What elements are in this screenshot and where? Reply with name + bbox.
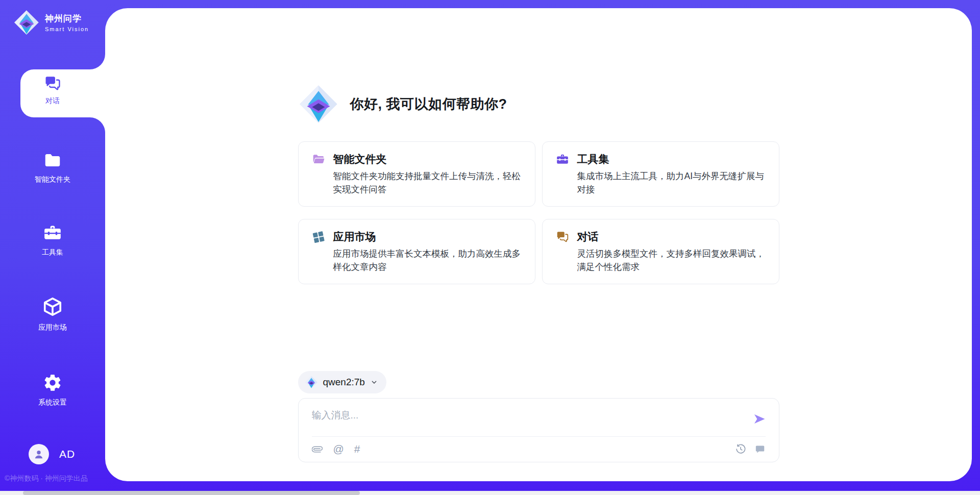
card-chat[interactable]: 对话 灵活切换多模型文件，支持多样回复效果调试，满足个性化需求 [542,219,779,284]
model-name: qwen2:7b [323,377,365,388]
feature-cards: 智能文件夹 智能文件夹功能支持批量文件上传与清洗，轻松实现文件问答 工具集 集成… [298,141,779,284]
chat-bubble-icon[interactable] [754,443,766,455]
user-profile[interactable]: AD [29,444,75,464]
sidebar-item-label: 应用市场 [38,323,67,332]
card-description: 应用市场提供丰富长文本模板，助力高效生成多样化文章内容 [333,247,522,274]
card-smart-folder[interactable]: 智能文件夹 智能文件夹功能支持批量文件上传与清洗，轻松实现文件问答 [298,141,535,207]
model-selector[interactable]: qwen2:7b [298,371,386,393]
sidebar: 神州问学 Smart Vision 对话 智能文件夹 工具集 应用 [0,0,105,495]
avatar [29,444,49,464]
chat-bubbles-icon [44,75,61,92]
card-description: 智能文件夹功能支持批量文件上传与清洗，轻松实现文件问答 [333,169,522,196]
sidebar-item-label: 工具集 [42,248,63,257]
card-app-market[interactable]: 应用市场 应用市场提供丰富长文本模板，助力高效生成多样化文章内容 [298,219,535,284]
composer-toolbar: @ # [312,443,766,455]
mention-icon[interactable]: @ [333,443,344,455]
card-description: 集成市场上主流工具，助力AI与外界无缝扩展与对接 [577,169,766,196]
brand-text: 神州问学 Smart Vision [45,13,89,32]
brand-name: 神州问学 [45,13,89,24]
brand-logo: 神州问学 Smart Vision [13,9,89,36]
greeting: 你好, 我可以如何帮助你? [298,84,779,125]
sidebar-item-label: 对话 [45,96,60,106]
horizontal-scrollbar[interactable] [0,491,980,495]
card-title: 智能文件夹 [333,152,387,166]
message-input[interactable] [312,409,733,432]
chevron-down-icon [370,378,378,386]
user-avatar-icon [32,448,45,461]
sidebar-item-settings[interactable]: 系统设置 [0,373,105,407]
composer-right-tools [735,443,766,455]
card-title: 工具集 [577,152,609,166]
brand-diamond-icon [305,376,318,389]
composer-area: qwen2:7b @ # [298,371,779,481]
toolbox-icon [43,223,62,242]
copyright: ©神州数码 · 神州问学出品 [5,474,88,483]
grid-pinwheel-icon [312,230,325,243]
card-toolbox[interactable]: 工具集 集成市场上主流工具，助力AI与外界无缝扩展与对接 [542,141,779,207]
sidebar-item-smart-folder[interactable]: 智能文件夹 [0,151,105,184]
chat-bubbles-icon [556,230,569,243]
sidebar-item-chat[interactable]: 对话 [22,75,83,106]
toolbox-icon [556,153,569,166]
settings-gear-icon [43,373,62,392]
folder-icon [43,151,62,169]
composer-divider [312,436,766,437]
greeting-text: 你好, 我可以如何帮助你? [350,95,507,113]
main-panel: 你好, 我可以如何帮助你? 智能文件夹 智能文件夹功能支持批量文件上传与清洗，轻… [105,8,972,481]
card-title: 应用市场 [333,230,376,244]
brand-diamond-icon [13,9,40,36]
hashtag-icon[interactable]: # [354,443,360,455]
brand-subtitle: Smart Vision [45,26,89,32]
card-title: 对话 [577,230,599,244]
history-icon[interactable] [735,443,746,455]
sidebar-item-app-market[interactable]: 应用市场 [0,296,105,332]
app-market-cube-icon [42,296,63,317]
sidebar-item-label: 智能文件夹 [35,175,70,184]
send-icon[interactable] [752,412,767,426]
user-name: AD [59,448,75,460]
card-description: 灵活切换多模型文件，支持多样回复效果调试，满足个性化需求 [577,247,766,274]
attachment-icon[interactable] [312,443,323,455]
brand-diamond-icon [298,84,339,125]
sidebar-item-toolbox[interactable]: 工具集 [0,223,105,257]
message-composer: @ # [298,398,779,462]
sidebar-item-label: 系统设置 [38,398,67,407]
open-folder-icon [312,153,325,166]
scrollbar-thumb[interactable] [23,491,360,495]
